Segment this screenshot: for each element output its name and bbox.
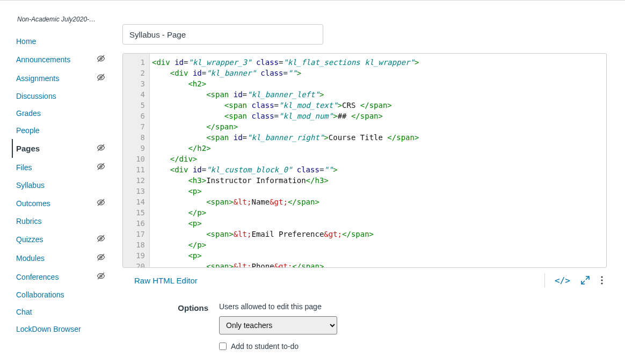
nav-item-conferences[interactable]: Conferences: [12, 267, 108, 286]
hidden-icon: [97, 73, 105, 83]
hidden-icon: [97, 143, 105, 154]
nav-item-rubrics[interactable]: Rubrics: [12, 213, 108, 230]
edit-permission-select[interactable]: Only teachers: [219, 316, 337, 334]
nav-item-label: Home: [16, 37, 105, 46]
divider: [544, 273, 545, 287]
nav-item-label: Discussions: [16, 92, 105, 100]
course-nav: HomeAnnouncementsAssignmentsDiscussionsG…: [12, 33, 108, 338]
options-label: Options: [122, 302, 208, 312]
svg-point-17: [601, 279, 602, 281]
raw-html-editor-link[interactable]: Raw HTML Editor: [122, 276, 198, 285]
nav-item-pages[interactable]: Pages: [12, 139, 108, 158]
nav-item-label: Assignments: [16, 74, 97, 83]
nav-item-label: Rubrics: [16, 217, 105, 225]
add-to-todo-label: Add to student to-do: [231, 342, 299, 351]
nav-item-grades[interactable]: Grades: [12, 105, 108, 122]
hidden-icon: [97, 54, 105, 64]
nav-item-quizzes[interactable]: Quizzes: [12, 230, 108, 249]
nav-item-label: Announcements: [16, 55, 97, 64]
code-view-icon[interactable]: </>: [555, 275, 570, 286]
nav-item-label: Outcomes: [16, 199, 97, 208]
nav-item-label: LockDown Browser: [16, 325, 105, 333]
nav-item-label: People: [16, 126, 105, 135]
nav-item-collaborations[interactable]: Collaborations: [12, 286, 108, 303]
nav-item-label: Quizzes: [16, 235, 97, 244]
nav-item-files[interactable]: Files: [12, 158, 108, 177]
kebab-menu-icon[interactable]: [600, 275, 604, 286]
breadcrumb[interactable]: Non-Academic July2020-July…: [17, 16, 98, 23]
nav-item-chat[interactable]: Chat: [12, 303, 108, 321]
svg-point-16: [601, 276, 602, 278]
nav-item-label: Pages: [16, 144, 97, 153]
page-title-input[interactable]: [122, 24, 323, 45]
nav-item-modules[interactable]: Modules: [12, 249, 108, 267]
svg-point-18: [601, 282, 602, 284]
html-code-editor[interactable]: 1234567891011121314151617181920 <div id=…: [122, 53, 607, 268]
nav-item-assignments[interactable]: Assignments: [12, 69, 108, 88]
nav-item-label: Syllabus: [16, 181, 105, 190]
hidden-icon: [97, 162, 105, 172]
hidden-icon: [97, 234, 105, 244]
nav-item-syllabus[interactable]: Syllabus: [12, 177, 108, 194]
nav-item-home[interactable]: Home: [12, 33, 108, 50]
hidden-icon: [97, 253, 105, 263]
nav-item-label: Chat: [16, 308, 105, 316]
nav-item-outcomes[interactable]: Outcomes: [12, 194, 108, 213]
hidden-icon: [97, 272, 105, 282]
nav-item-label: Grades: [16, 109, 105, 118]
nav-item-people[interactable]: People: [12, 122, 108, 139]
hidden-icon: [97, 198, 105, 208]
fullscreen-icon[interactable]: [580, 275, 591, 286]
edit-permission-caption: Users allowed to edit this page: [219, 302, 337, 311]
nav-item-label: Conferences: [16, 273, 97, 281]
nav-item-label: Files: [16, 163, 97, 172]
nav-item-label: Modules: [16, 254, 97, 263]
nav-item-announcements[interactable]: Announcements: [12, 50, 108, 69]
add-to-todo-row[interactable]: Add to student to-do: [219, 342, 337, 351]
nav-item-discussions[interactable]: Discussions: [12, 88, 108, 105]
nav-item-label: Collaborations: [16, 290, 105, 299]
add-to-todo-checkbox[interactable]: [219, 343, 227, 350]
nav-item-lockdown-browser[interactable]: LockDown Browser: [12, 321, 108, 338]
